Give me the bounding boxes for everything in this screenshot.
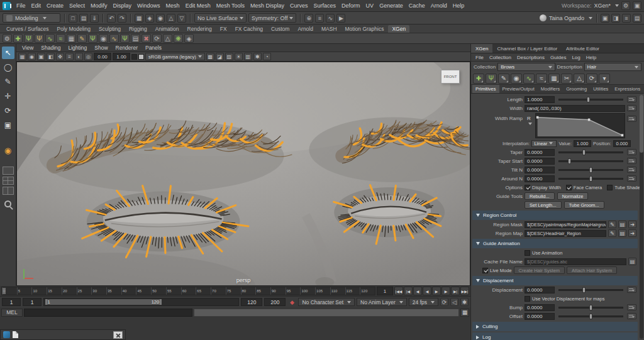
taper-field[interactable]: 0.0000 [525,149,555,156]
previous-key-button[interactable]: |◀ [404,287,413,295]
length-slider[interactable] [558,99,623,101]
shelf-tab[interactable]: Rendering [184,25,216,33]
lasso-select-tool[interactable]: ◯ [2,61,14,74]
animation-preferences-icon[interactable]: ✱ [460,298,469,306]
xgen-comb-shelf-icon[interactable]: ∿ [109,34,119,43]
sidebar-tab[interactable]: Attribute Editor [562,44,604,53]
maya-logo-icon[interactable] [3,2,11,10]
close-icon[interactable] [113,331,123,339]
xgen-guides-shelf-icon[interactable]: Ψ [24,34,33,43]
exposure-field[interactable]: 0.00 [94,53,111,60]
guide-tool-button[interactable]: Normalize [557,192,589,200]
displacement-section-header[interactable]: Displacement [472,276,638,285]
create-hair-system-button[interactable]: Create Hair System [514,266,565,274]
tilt-n-slider-handle[interactable] [589,167,592,173]
taper-slider-handle[interactable] [582,150,586,155]
taper-start-field[interactable]: 0.0000 [525,158,555,165]
select-tool[interactable]: ↖ [2,47,14,59]
browse-map-icon[interactable]: ▤ [618,221,626,228]
safe-action-icon[interactable]: ◐ [75,53,83,60]
film-gate-icon[interactable]: ▣ [37,53,45,60]
region-map-field[interactable]: ${DESC}/HeadHair_Region [525,230,606,237]
around-n-slider-handle[interactable] [589,176,592,182]
view-transform-selector[interactable]: sRGB gamma (legacy) [145,53,205,60]
safe-title-icon[interactable]: ◎ [84,53,92,60]
xgen-convert-icon[interactable]: Ψ [88,34,97,43]
xgen-noise-shelf-icon[interactable]: △ [163,34,172,43]
current-time-marker[interactable] [3,288,6,294]
workspace-value[interactable]: XGen* [594,3,611,9]
render-view-icon[interactable]: ▶ [336,14,345,23]
taper-start-map-menu-icon[interactable] [627,158,636,164]
timeline-track[interactable]: 0510152025303540455055606570758085909510… [1,287,375,295]
browse-cache-icon[interactable]: ▤ [628,258,636,265]
tilt-n-map-menu-icon[interactable] [627,167,636,173]
channel-box-toggle-icon[interactable]: ≡ [622,14,631,23]
guide-tool-button[interactable]: Tube Groom... [564,201,604,209]
menu-item[interactable]: Arnold [428,2,450,9]
shelf-tab[interactable]: XGen [388,25,409,33]
menu-item[interactable]: UV [364,2,377,9]
bump-slider[interactable] [558,307,623,309]
menu-item[interactable]: File [14,2,28,9]
play-backward-button[interactable]: ◀ [423,287,431,295]
xgen-density-tool-icon[interactable]: ▦ [548,74,560,84]
ramp-value-field[interactable]: 1.000 [574,140,591,147]
bump-slider-handle[interactable] [589,305,592,310]
background-color-swatch[interactable] [131,54,137,60]
layout-two-pane-button[interactable] [3,187,14,195]
modeling-toolkit-toggle-icon[interactable]: ▣ [601,14,609,23]
menu-item[interactable]: Edit Mesh [183,2,213,9]
shelf-tab[interactable]: Sculpting [95,25,125,33]
playback-loop-icon[interactable]: ⟳ [440,298,448,306]
undo-icon[interactable]: ↶ [107,14,116,23]
description-selector[interactable]: Hair [584,63,641,71]
menu-item[interactable]: Display [111,2,135,9]
xgen-refresh-shelf-icon[interactable]: ⟳ [152,34,162,43]
xgen-curves-icon[interactable]: ∿ [45,34,55,43]
snap-to-point-icon[interactable]: ◉ [156,14,165,23]
offset-map-menu-icon[interactable] [627,313,636,319]
shelf-tab[interactable]: Arnold [294,25,317,33]
taper-start-slider-handle[interactable] [568,158,571,164]
shelf-tab[interactable]: Rigging [125,25,151,33]
sidebar-tab[interactable]: XGen [471,44,492,53]
xgen-modifier-icon[interactable]: ≈ [56,34,65,43]
viewport-canvas[interactable]: FRONT persp [16,62,470,286]
layout-single-pane-button[interactable] [3,167,14,175]
workspace-layout-icon[interactable]: ▣ [633,1,641,10]
xgen-more-tools-icon[interactable]: ▾ [599,74,610,84]
cache-file-field[interactable]: ${DESC}/guides.abc [525,258,626,265]
guide-tool-button[interactable]: Rebuild... [525,192,555,200]
field-chart-icon[interactable]: ≡ [65,53,74,60]
viewport-camera-attributes-icon[interactable]: ◉ [28,53,36,60]
menu-item[interactable]: Create [44,2,66,9]
displacement-field[interactable]: 0.0000 [525,287,555,293]
use-animation-checkbox[interactable]: Use Animation [525,250,562,256]
xgen-subtab[interactable]: Utilities [590,85,611,93]
divider[interactable] [130,14,131,23]
sound-mute-icon[interactable]: ◁ [450,298,458,306]
bump-map-menu-icon[interactable] [627,304,636,310]
save-map-icon[interactable]: ➔ [628,229,636,237]
xgen-refresh-icon[interactable]: ⟳ [586,74,597,84]
symmetry-selector[interactable]: Symmetry: Off [248,13,296,23]
length-map-menu-icon[interactable] [627,96,636,102]
save-map-icon[interactable]: ➔ [628,221,636,228]
width-expression-field[interactable]: rand(.020,.030) [525,105,625,112]
menu-item[interactable]: Edit [29,2,44,9]
taper-map-menu-icon[interactable] [627,149,636,155]
option-checkbox[interactable]: Face Camera [566,185,602,190]
displacement-map-menu-icon[interactable] [627,287,636,293]
menu-item[interactable]: Curves [287,2,311,9]
menu-item[interactable]: Select [67,2,87,9]
viewport-menu-item[interactable]: Show [91,45,111,51]
next-frame-button[interactable]: ▶ [441,287,450,295]
new-scene-icon[interactable]: □ [69,14,77,23]
menu-item[interactable]: Windows [135,2,163,9]
xgen-sculpt-shelf-icon[interactable]: ✎ [77,34,87,43]
menu-item[interactable]: Generate [377,2,406,9]
current-frame-field[interactable]: 1 [377,287,393,295]
xgen-comb-tool-icon[interactable]: ∿ [523,74,535,84]
viewport-menu-item[interactable]: Shading [38,45,64,51]
